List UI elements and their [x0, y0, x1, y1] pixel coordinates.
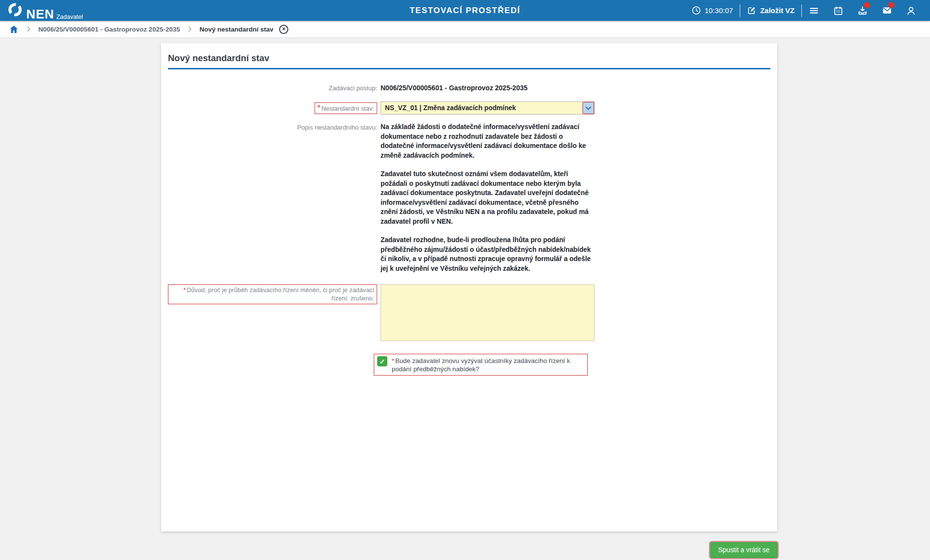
state-label: Nestandardní stav: [321, 105, 374, 112]
reason-textarea[interactable] [381, 284, 595, 341]
clock-icon [692, 6, 701, 15]
chevron-down-icon [585, 105, 592, 111]
top-header: NEN Zadavatel TESTOVACÍ PROSTŘEDÍ 10:30:… [0, 0, 930, 21]
calendar-button[interactable] [826, 0, 850, 21]
brand-name: NEN [26, 9, 54, 19]
close-icon[interactable]: ✕ [279, 25, 288, 34]
checkbox-check-icon: ✓ [380, 358, 385, 365]
profile-button[interactable] [899, 0, 923, 21]
reinvite-row: ✓ *Bude zadavatel znovu vyzývat účastník… [168, 354, 770, 376]
brand-role: Zadavatel [56, 14, 83, 20]
title-divider [168, 68, 770, 69]
description-paragraph: Zadavatel rozhodne, bude-li prodloužena … [381, 235, 595, 273]
state-select-value: NS_VZ_01 | Změna zadávacích podmínek [381, 104, 582, 112]
menu-icon [809, 5, 819, 16]
page-title: Nový nestandardní stav [168, 53, 770, 64]
breadcrumb-item-procedure[interactable]: N006/25/V00005601 - Gastroprovoz 2025-20… [38, 26, 180, 33]
messages-button[interactable] [875, 0, 899, 21]
required-asterisk: * [183, 286, 186, 294]
description-paragraph: Na základě žádosti o dodatečné informace… [381, 122, 595, 160]
procedure-row: Zadávací postup: N006/25/V00005601 - Gas… [168, 82, 770, 92]
reason-label: Důvod, proč je průběh zadávacího řízení … [187, 286, 374, 302]
state-row: *Nestandardní stav: NS_VZ_01 | Změna zad… [168, 101, 770, 115]
nen-logo[interactable]: NEN Zadavatel [7, 1, 83, 19]
submit-and-return-button[interactable]: Spustit a vrátit se [710, 542, 778, 558]
breadcrumb: N006/25/V00005601 - Gastroprovoz 2025-20… [0, 21, 930, 38]
required-asterisk: * [317, 104, 320, 112]
breadcrumb-item-current[interactable]: Nový nestandardní stav [199, 26, 273, 33]
messages-badge [888, 2, 895, 8]
downloads-button[interactable] [850, 0, 875, 21]
reinvite-field-box: ✓ *Bude zadavatel znovu vyzývat účastník… [374, 354, 588, 376]
description-label: Popis nestandardního stavu: [297, 124, 377, 131]
session-clock: 10:30:07 [685, 6, 740, 15]
calendar-icon [833, 5, 844, 16]
reinvite-checkbox[interactable]: ✓ [377, 356, 387, 366]
home-icon[interactable] [9, 24, 19, 34]
create-vz-label: Založit VZ [760, 6, 795, 15]
user-icon [906, 5, 916, 16]
clock-time: 10:30:07 [705, 6, 733, 15]
state-label-box: *Nestandardní stav: [315, 102, 377, 114]
menu-button[interactable] [802, 0, 826, 21]
description-row: Popis nestandardního stavu: Na základě ž… [168, 122, 770, 273]
content-panel: Nový nestandardní stav Zadávací postup: … [161, 43, 777, 531]
environment-title: TESTOVACÍ PROSTŘEDÍ [410, 6, 520, 16]
required-asterisk: * [392, 357, 394, 364]
procedure-label: Zadávací postup: [329, 84, 377, 92]
nen-swirl-icon [7, 1, 23, 18]
reason-row: *Důvod, proč je průběh zadávacího řízení… [168, 284, 770, 343]
chevron-right-icon [186, 25, 194, 33]
nonstandard-state-form: Zadávací postup: N006/25/V00005601 - Gas… [168, 82, 770, 376]
procedure-value: N006/25/V00005601 - Gastroprovoz 2025-20… [381, 84, 528, 92]
reinvite-label: *Bude zadavatel znovu vyzývat účastníky … [392, 356, 584, 373]
chevron-right-icon [25, 25, 33, 33]
reason-label-box: *Důvod, proč je průběh zadávacího řízení… [168, 284, 377, 304]
create-vz-button[interactable]: Založit VZ [740, 6, 801, 15]
description-paragraph: Zadavatel tuto skutečnost oznámí všem do… [381, 169, 595, 226]
state-select[interactable]: NS_VZ_01 | Změna zadávacích podmínek [381, 101, 595, 115]
compose-icon [747, 6, 756, 15]
state-select-arrow-button[interactable] [582, 102, 594, 114]
downloads-badge [864, 2, 870, 8]
